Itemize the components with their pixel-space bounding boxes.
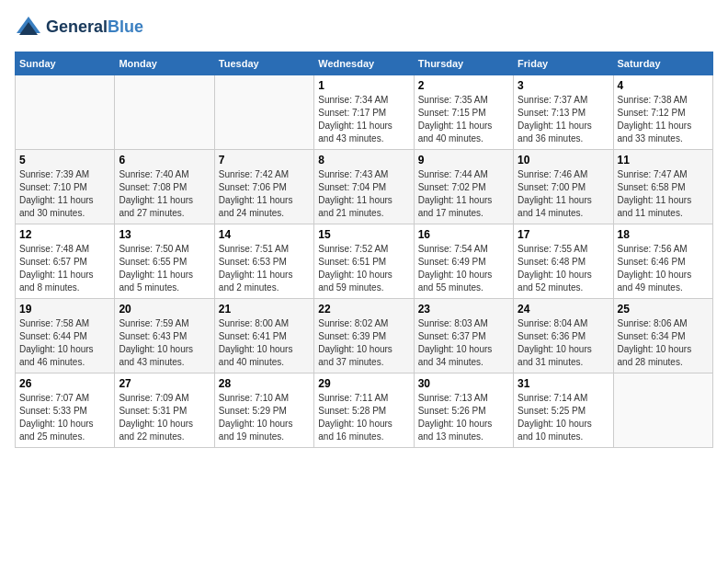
day-number: 9 — [418, 154, 509, 167]
calendar-cell: 27Sunrise: 7:09 AM Sunset: 5:31 PM Dayli… — [115, 373, 214, 448]
calendar-cell: 18Sunrise: 7:56 AM Sunset: 6:46 PM Dayli… — [613, 224, 712, 299]
calendar-cell: 28Sunrise: 7:10 AM Sunset: 5:29 PM Dayli… — [214, 373, 313, 448]
calendar-cell: 8Sunrise: 7:43 AM Sunset: 7:04 PM Daylig… — [314, 150, 414, 224]
calendar-cell: 16Sunrise: 7:54 AM Sunset: 6:49 PM Dayli… — [414, 224, 513, 299]
day-info: Sunrise: 7:48 AM Sunset: 6:57 PM Dayligh… — [19, 243, 110, 294]
day-info: Sunrise: 7:14 AM Sunset: 5:25 PM Dayligh… — [518, 392, 609, 443]
day-info: Sunrise: 7:54 AM Sunset: 6:49 PM Dayligh… — [418, 243, 509, 294]
page-header: GeneralBlue — [15, 15, 713, 40]
day-number: 3 — [518, 79, 609, 92]
calendar-cell: 22Sunrise: 8:02 AM Sunset: 6:39 PM Dayli… — [314, 299, 414, 373]
day-number: 21 — [219, 303, 310, 316]
day-number: 15 — [318, 228, 409, 241]
day-number: 30 — [418, 377, 509, 390]
calendar-cell: 5Sunrise: 7:39 AM Sunset: 7:10 PM Daylig… — [16, 150, 115, 224]
day-info: Sunrise: 8:06 AM Sunset: 6:34 PM Dayligh… — [618, 317, 709, 369]
day-info: Sunrise: 7:47 AM Sunset: 6:58 PM Dayligh… — [618, 168, 709, 220]
calendar-cell: 24Sunrise: 8:04 AM Sunset: 6:36 PM Dayli… — [514, 299, 613, 373]
day-number: 8 — [318, 154, 409, 167]
calendar-cell: 20Sunrise: 7:59 AM Sunset: 6:43 PM Dayli… — [115, 299, 214, 373]
day-info: Sunrise: 7:10 AM Sunset: 5:29 PM Dayligh… — [219, 392, 310, 443]
day-info: Sunrise: 7:42 AM Sunset: 7:06 PM Dayligh… — [219, 168, 310, 220]
day-number: 23 — [418, 303, 509, 316]
day-info: Sunrise: 8:00 AM Sunset: 6:41 PM Dayligh… — [219, 317, 310, 369]
calendar-cell — [16, 75, 115, 150]
weekday-tuesday: Tuesday — [214, 52, 313, 75]
calendar-cell: 17Sunrise: 7:55 AM Sunset: 6:48 PM Dayli… — [514, 224, 613, 299]
day-number: 17 — [518, 228, 609, 241]
weekday-row: SundayMondayTuesdayWednesdayThursdayFrid… — [16, 52, 713, 75]
calendar-cell: 23Sunrise: 8:03 AM Sunset: 6:37 PM Dayli… — [414, 299, 513, 373]
day-info: Sunrise: 7:52 AM Sunset: 6:51 PM Dayligh… — [318, 243, 409, 294]
day-number: 14 — [219, 228, 310, 241]
day-info: Sunrise: 7:34 AM Sunset: 7:17 PM Dayligh… — [318, 94, 409, 145]
day-number: 13 — [119, 228, 210, 241]
day-info: Sunrise: 8:03 AM Sunset: 6:37 PM Dayligh… — [418, 317, 509, 369]
calendar-cell: 3Sunrise: 7:37 AM Sunset: 7:13 PM Daylig… — [514, 75, 613, 150]
logo-text: GeneralBlue — [46, 18, 143, 37]
calendar-cell: 4Sunrise: 7:38 AM Sunset: 7:12 PM Daylig… — [613, 75, 712, 150]
calendar-cell: 6Sunrise: 7:40 AM Sunset: 7:08 PM Daylig… — [115, 150, 214, 224]
day-number: 24 — [518, 303, 609, 316]
day-info: Sunrise: 7:56 AM Sunset: 6:46 PM Dayligh… — [618, 243, 709, 294]
calendar-cell: 19Sunrise: 7:58 AM Sunset: 6:44 PM Dayli… — [16, 299, 115, 373]
calendar-cell: 9Sunrise: 7:44 AM Sunset: 7:02 PM Daylig… — [414, 150, 513, 224]
calendar-cell: 11Sunrise: 7:47 AM Sunset: 6:58 PM Dayli… — [613, 150, 712, 224]
day-number: 2 — [418, 79, 509, 92]
day-number: 7 — [219, 154, 310, 167]
day-number: 27 — [119, 377, 210, 390]
day-number: 19 — [19, 303, 110, 316]
day-info: Sunrise: 7:59 AM Sunset: 6:43 PM Dayligh… — [119, 317, 210, 369]
day-info: Sunrise: 7:39 AM Sunset: 7:10 PM Dayligh… — [19, 168, 110, 220]
calendar-cell: 13Sunrise: 7:50 AM Sunset: 6:55 PM Dayli… — [115, 224, 214, 299]
weekday-sunday: Sunday — [16, 52, 115, 75]
day-info: Sunrise: 8:02 AM Sunset: 6:39 PM Dayligh… — [318, 317, 409, 369]
day-number: 26 — [19, 377, 110, 390]
day-info: Sunrise: 7:55 AM Sunset: 6:48 PM Dayligh… — [518, 243, 609, 294]
day-info: Sunrise: 8:04 AM Sunset: 6:36 PM Dayligh… — [518, 317, 609, 369]
day-info: Sunrise: 7:13 AM Sunset: 5:26 PM Dayligh… — [418, 392, 509, 443]
weekday-friday: Friday — [514, 52, 613, 75]
calendar-cell: 30Sunrise: 7:13 AM Sunset: 5:26 PM Dayli… — [414, 373, 513, 448]
calendar-table: SundayMondayTuesdayWednesdayThursdayFrid… — [15, 52, 713, 448]
day-info: Sunrise: 7:51 AM Sunset: 6:53 PM Dayligh… — [219, 243, 310, 294]
day-info: Sunrise: 7:50 AM Sunset: 6:55 PM Dayligh… — [119, 243, 210, 294]
calendar-cell — [115, 75, 214, 150]
calendar-cell: 1Sunrise: 7:34 AM Sunset: 7:17 PM Daylig… — [314, 75, 414, 150]
day-number: 10 — [518, 154, 609, 167]
calendar-cell: 2Sunrise: 7:35 AM Sunset: 7:15 PM Daylig… — [414, 75, 513, 150]
day-info: Sunrise: 7:09 AM Sunset: 5:31 PM Dayligh… — [119, 392, 210, 443]
calendar-cell: 26Sunrise: 7:07 AM Sunset: 5:33 PM Dayli… — [16, 373, 115, 448]
day-info: Sunrise: 7:40 AM Sunset: 7:08 PM Dayligh… — [119, 168, 210, 220]
day-info: Sunrise: 7:37 AM Sunset: 7:13 PM Dayligh… — [518, 94, 609, 145]
week-row-3: 12Sunrise: 7:48 AM Sunset: 6:57 PM Dayli… — [16, 224, 713, 299]
calendar-body: 1Sunrise: 7:34 AM Sunset: 7:17 PM Daylig… — [16, 75, 713, 448]
day-number: 31 — [518, 377, 609, 390]
day-number: 28 — [219, 377, 310, 390]
day-info: Sunrise: 7:44 AM Sunset: 7:02 PM Dayligh… — [418, 168, 509, 220]
day-number: 6 — [119, 154, 210, 167]
calendar-cell: 14Sunrise: 7:51 AM Sunset: 6:53 PM Dayli… — [214, 224, 313, 299]
day-number: 20 — [119, 303, 210, 316]
calendar-cell: 12Sunrise: 7:48 AM Sunset: 6:57 PM Dayli… — [16, 224, 115, 299]
day-number: 22 — [318, 303, 409, 316]
calendar-cell: 7Sunrise: 7:42 AM Sunset: 7:06 PM Daylig… — [214, 150, 313, 224]
calendar-cell — [214, 75, 313, 150]
week-row-5: 26Sunrise: 7:07 AM Sunset: 5:33 PM Dayli… — [16, 373, 713, 448]
weekday-monday: Monday — [115, 52, 214, 75]
calendar-cell: 25Sunrise: 8:06 AM Sunset: 6:34 PM Dayli… — [613, 299, 712, 373]
calendar-cell: 31Sunrise: 7:14 AM Sunset: 5:25 PM Dayli… — [514, 373, 613, 448]
week-row-4: 19Sunrise: 7:58 AM Sunset: 6:44 PM Dayli… — [16, 299, 713, 373]
day-number: 11 — [618, 154, 709, 167]
week-row-2: 5Sunrise: 7:39 AM Sunset: 7:10 PM Daylig… — [16, 150, 713, 224]
calendar-cell: 15Sunrise: 7:52 AM Sunset: 6:51 PM Dayli… — [314, 224, 414, 299]
weekday-wednesday: Wednesday — [314, 52, 414, 75]
day-number: 4 — [618, 79, 709, 92]
calendar-cell: 10Sunrise: 7:46 AM Sunset: 7:00 PM Dayli… — [514, 150, 613, 224]
day-number: 1 — [318, 79, 409, 92]
day-number: 29 — [318, 377, 409, 390]
day-info: Sunrise: 7:46 AM Sunset: 7:00 PM Dayligh… — [518, 168, 609, 220]
weekday-thursday: Thursday — [414, 52, 513, 75]
day-number: 25 — [618, 303, 709, 316]
day-info: Sunrise: 7:35 AM Sunset: 7:15 PM Dayligh… — [418, 94, 509, 145]
